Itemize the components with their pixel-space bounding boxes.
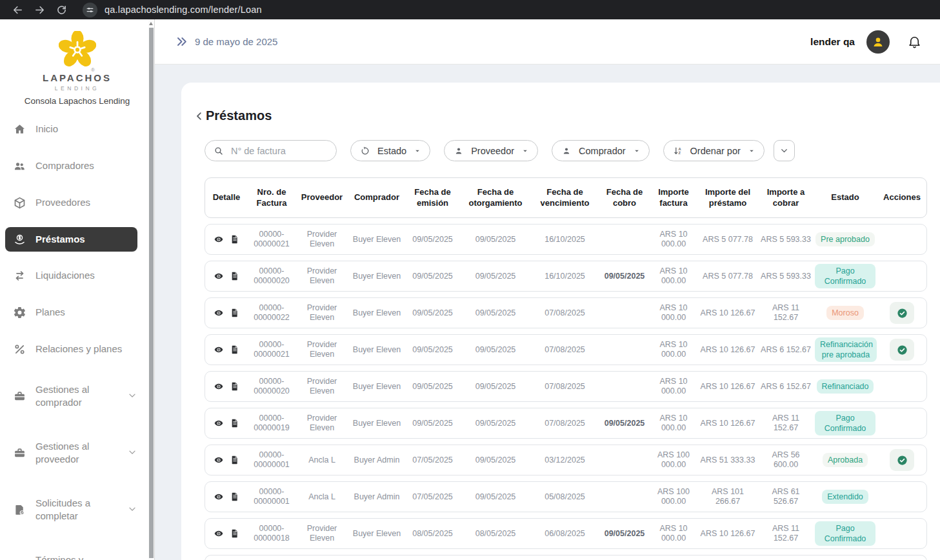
cell-fecha-otorgamiento: 09/05/2025 [460, 235, 531, 245]
sidebar-item-label: Gestiones al comprador [35, 383, 127, 410]
browser-refresh-icon[interactable] [50, 0, 72, 19]
search-input[interactable] [230, 145, 326, 157]
registered-mark: ® [91, 67, 95, 73]
file-text-icon[interactable] [230, 345, 240, 355]
cell-detalle [205, 308, 248, 318]
cell-importe-cobrar: ARS 6 152.67 [759, 382, 813, 392]
file-text-icon[interactable] [230, 271, 240, 281]
cell-fecha-otorgamiento: 08/05/2025 [460, 529, 531, 539]
avatar[interactable] [866, 30, 890, 54]
cell-estado: Pago Confirmado [813, 521, 877, 546]
estado-filter-dropdown[interactable]: Estado [350, 140, 430, 161]
file-text-icon[interactable] [230, 492, 240, 502]
comprador-filter-dropdown[interactable]: Comprador [552, 140, 650, 161]
sidebar-item-compradores[interactable]: Compradores [5, 148, 137, 185]
sidebar-item-label: Compradores [35, 159, 94, 172]
eye-icon[interactable] [214, 381, 224, 392]
filter-label: Proveedor [471, 146, 514, 156]
sidebar-item-inicio[interactable]: Inicio [5, 111, 137, 148]
sidebar-item-solicitudes-a-completar[interactable]: Solicitudes a completar [5, 481, 137, 538]
cell-fecha-vencimiento: 05/08/2025 [531, 492, 599, 502]
file-text-icon[interactable] [230, 381, 240, 392]
cell-buyer: Buyer Admin [348, 492, 405, 502]
url-text[interactable]: qa.lapachoslending.com/lender/Loan [105, 5, 262, 15]
table-row: 00000-00000001Ancla LBuyer Admin07/05/20… [205, 481, 927, 512]
cell-importe-cobrar: ARS 5 593.33 [759, 272, 813, 281]
approve-action-button[interactable] [890, 339, 914, 361]
invoice-search-field[interactable] [205, 140, 337, 161]
brand-name: LAPACHOS [0, 72, 154, 83]
chevron-left-icon[interactable] [194, 110, 205, 122]
ordenar-por-filter-dropdown[interactable]: AZOrdenar por [663, 140, 765, 161]
browser-forward-icon[interactable] [28, 0, 50, 19]
double-chevron-right-icon[interactable] [175, 35, 188, 48]
scroll-up-arrow-icon[interactable] [149, 22, 153, 25]
eye-icon[interactable] [214, 271, 224, 281]
file-text-icon[interactable] [230, 308, 240, 318]
approve-action-button[interactable] [890, 302, 914, 324]
sidebar-item-terminos-y-condiciones[interactable]: Términos y condiciones [5, 538, 137, 560]
cell-invoice: 00000-00000020 [248, 266, 295, 286]
cell-importe-factura: ARS 10 000.00 [650, 340, 697, 359]
expand-filters-button[interactable] [774, 140, 795, 161]
cell-fecha-emision: 07/05/2025 [405, 492, 460, 502]
column-header-estado: Estado [813, 192, 877, 203]
sidebar-item-planes[interactable]: Planes [5, 294, 137, 331]
cell-importe-cobrar: ARS 11 152.67 [759, 414, 813, 433]
eye-icon[interactable] [214, 308, 224, 318]
caret-down-icon [521, 146, 530, 155]
notifications-bell-icon[interactable] [907, 34, 922, 49]
eye-icon[interactable] [214, 345, 224, 355]
cell-invoice: 00000-00000020 [248, 377, 295, 396]
cell-buyer: Buyer Admin [348, 455, 405, 465]
browser-back-icon[interactable] [6, 0, 28, 19]
cell-importe-cobrar: ARS 11 152.67 [759, 303, 813, 323]
sidebar-item-gestiones-al-comprador[interactable]: Gestiones al comprador [5, 368, 137, 425]
cell-importe-factura: ARS 10 000.00 [650, 414, 697, 433]
sidebar-item-label: Proveedores [35, 196, 90, 209]
cell-fecha-emision: 08/05/2025 [405, 529, 460, 539]
scrollbar-thumb[interactable] [149, 28, 154, 558]
sidebar-item-relaciones-y-planes[interactable]: Relaciones y planes [5, 331, 137, 368]
content-area: Préstamos EstadoProveedorCompradorAZOrde… [155, 65, 940, 560]
console-label: Consola Lapachos Lending [0, 96, 154, 106]
sidebar-item-label: Liquidaciones [35, 269, 95, 282]
cell-fecha-vencimiento: 16/10/2025 [531, 235, 599, 245]
cell-fecha-otorgamiento: 09/05/2025 [460, 345, 531, 355]
column-header-proveedor: Proveedor [295, 192, 348, 203]
sidebar-item-proveedores[interactable]: Proveedores [5, 185, 137, 221]
percent-icon [12, 342, 27, 357]
site-settings-icon[interactable] [83, 3, 97, 17]
cell-invoice: 00000-00000021 [248, 340, 295, 359]
svg-text:Z: Z [678, 150, 681, 154]
file-text-icon[interactable] [230, 234, 240, 245]
column-header-fecha-de-emision: Fecha de emisión [405, 187, 460, 208]
table-row: 00000-00000001Ancla LBuyer Admin07/05/20… [205, 445, 927, 475]
loan-icon [12, 232, 27, 247]
approve-action-button[interactable] [890, 449, 914, 471]
chevron-down-icon [127, 504, 137, 516]
sidebar-item-gestiones-al-proveedor[interactable]: Gestiones al proveedor [5, 425, 137, 481]
eye-icon[interactable] [214, 418, 224, 428]
cell-fecha-cobro: 09/05/2025 [599, 419, 650, 428]
proveedor-filter-dropdown[interactable]: Proveedor [444, 140, 538, 161]
file-text-icon[interactable] [230, 455, 240, 465]
address-bar[interactable]: qa.lapachoslending.com/lender/Loan [83, 3, 262, 17]
cell-estado: Pago Confirmado [813, 264, 877, 289]
sidebar-item-liquidaciones[interactable]: Liquidaciones [5, 257, 137, 294]
check-circle-icon [896, 454, 908, 466]
sidebar-item-prestamos[interactable]: Préstamos [5, 227, 137, 252]
eye-icon[interactable] [214, 455, 224, 465]
eye-icon[interactable] [214, 234, 224, 245]
eye-icon[interactable] [214, 492, 224, 502]
chevron-down-icon [779, 146, 789, 155]
cell-importe-factura: ARS 10 000.00 [650, 266, 697, 286]
eye-icon[interactable] [214, 528, 224, 539]
sidebar-item-label: Solicitudes a completar [35, 497, 127, 523]
status-icon [360, 146, 370, 156]
status-badge: Pago Confirmado [815, 411, 875, 436]
sidebar-scrollbar[interactable] [148, 19, 154, 560]
file-text-icon[interactable] [230, 418, 240, 428]
file-text-icon[interactable] [230, 528, 240, 539]
cell-importe-factura: ARS 100 000.00 [650, 450, 697, 470]
